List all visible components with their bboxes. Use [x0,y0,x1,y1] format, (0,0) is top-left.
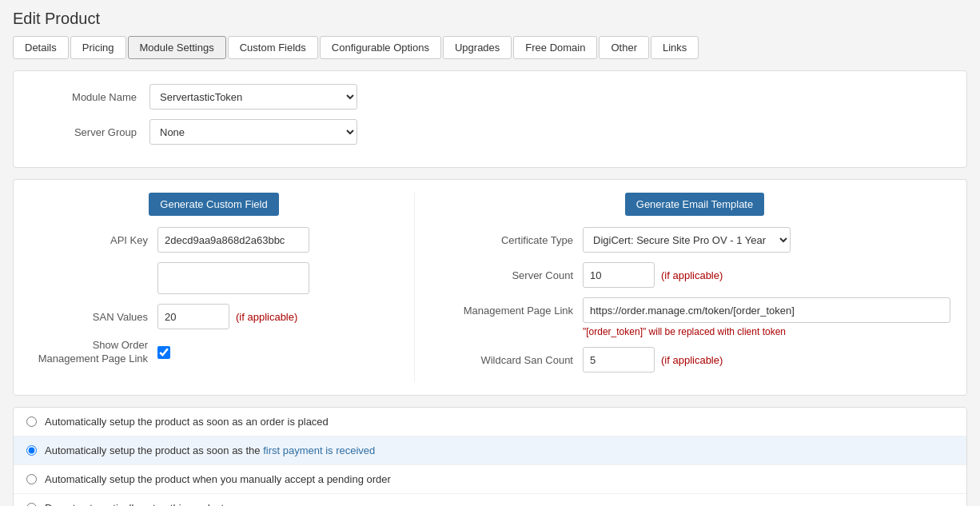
radio-manual-accept-label[interactable]: Automatically setup the product when you… [45,473,391,485]
san-values-input[interactable] [157,304,229,329]
san-values-label: SAN Values [30,311,157,323]
certificate-type-select[interactable]: DigiCert: Secure Site Pro OV - 1 Year [583,227,791,253]
tab-module-settings[interactable]: Module Settings [128,36,226,59]
module-name-select[interactable]: ServertasticToken [149,84,357,110]
settings-body: Generate Custom Field API Key SAN Values… [30,193,950,382]
radio-first-payment-em: first payment is received [263,444,375,456]
management-page-label: Management Page Link [439,305,583,317]
server-count-row: Server Count (if applicable) [439,262,950,288]
radio-first-payment-input[interactable] [26,445,37,456]
api-key-extra-row [30,262,398,294]
server-count-label: Server Count [439,269,583,281]
radio-no-auto-label[interactable]: Do not automatically setup this product [45,502,224,506]
settings-right: Generate Email Template Certificate Type… [415,193,950,382]
certificate-type-row: Certificate Type DigiCert: Secure Site P… [439,227,950,253]
generate-custom-field-button[interactable]: Generate Custom Field [149,193,278,216]
generate-custom-field-row: Generate Custom Field [30,193,398,216]
wildcard-san-label: Wildcard San Count [439,354,583,366]
server-count-if-applicable: (if applicable) [661,269,723,281]
management-page-row: Management Page Link "[order_token]" wil… [439,297,950,337]
san-if-applicable: (if applicable) [236,311,297,323]
token-note: "[order_token]" will be replaced with cl… [583,326,786,337]
api-key-textarea[interactable] [157,262,309,294]
radio-no-auto-input[interactable] [26,503,37,506]
wildcard-san-row: Wildcard San Count (if applicable) [439,347,950,373]
wildcard-san-count-input[interactable] [583,347,655,373]
san-values-row: SAN Values (if applicable) [30,304,398,329]
api-key-input[interactable] [157,227,309,253]
show-order-row: Show Order Management Page Link [30,339,398,366]
server-group-label: Server Group [30,126,149,138]
radio-manual-accept: Automatically setup the product when you… [14,465,966,494]
radio-manual-accept-input[interactable] [26,474,37,484]
server-group-row: Server Group None [30,119,950,145]
generate-email-template-button[interactable]: Generate Email Template [625,193,764,216]
radio-no-auto: Do not automatically setup this product [14,494,966,506]
management-page-link-input[interactable] [583,297,950,323]
settings-panel: Generate Custom Field API Key SAN Values… [13,179,967,396]
server-count-input[interactable] [583,262,655,288]
wildcard-if-applicable: (if applicable) [661,354,723,366]
tab-free-domain[interactable]: Free Domain [513,36,597,59]
radio-first-payment: Automatically setup the product as soon … [14,436,966,465]
api-key-row: API Key [30,227,398,253]
page-title: Edit Product [13,10,967,28]
generate-email-template-row: Generate Email Template [439,193,950,216]
tab-details[interactable]: Details [13,36,69,59]
tab-custom-fields[interactable]: Custom Fields [228,36,318,59]
radio-first-payment-text-start: Automatically setup the product as soon … [45,444,263,456]
module-panel: Module Name ServertasticToken Server Gro… [13,70,967,168]
tab-links[interactable]: Links [651,36,699,59]
tabs-bar: Details Pricing Module Settings Custom F… [13,36,967,59]
radio-auto-order-label[interactable]: Automatically setup the product as soon … [45,416,329,428]
certificate-type-label: Certificate Type [439,234,583,246]
radio-first-payment-label[interactable]: Automatically setup the product as soon … [45,444,375,456]
show-order-label: Show Order Management Page Link [30,339,157,366]
api-key-label: API Key [30,234,157,246]
radio-auto-order: Automatically setup the product as soon … [14,408,966,436]
settings-left: Generate Custom Field API Key SAN Values… [30,193,415,382]
radio-options-panel: Automatically setup the product as soon … [13,407,967,506]
radio-auto-order-input[interactable] [26,416,37,427]
tab-other[interactable]: Other [599,36,649,59]
module-name-label: Module Name [30,91,149,103]
tab-configurable-options[interactable]: Configurable Options [320,36,441,59]
module-name-row: Module Name ServertasticToken [30,84,950,110]
show-order-checkbox[interactable] [157,346,170,359]
tab-upgrades[interactable]: Upgrades [443,36,512,59]
server-group-select[interactable]: None [149,119,357,145]
tab-pricing[interactable]: Pricing [70,36,126,59]
